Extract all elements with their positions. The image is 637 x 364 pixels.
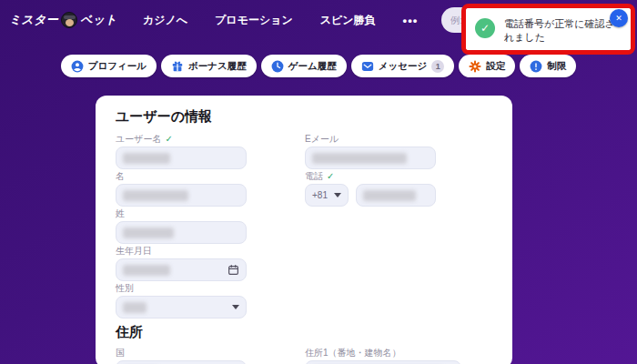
username-field: ユーザー名 ✓: [116, 134, 247, 169]
toast-close-button[interactable]: ✕: [610, 9, 628, 27]
phone-label: 電話: [305, 171, 323, 181]
last-name-field: 姓: [116, 208, 247, 244]
nav-item-spins[interactable]: スピン勝負: [320, 13, 376, 28]
gift-icon: [171, 60, 184, 73]
tab-label: ボーナス履歴: [188, 60, 247, 73]
first-name-field: 名: [116, 171, 247, 207]
redacted-value: [363, 190, 416, 201]
redacted-value: [123, 265, 170, 276]
calendar-icon[interactable]: [228, 264, 239, 276]
gear-icon: [469, 60, 481, 73]
nav-item-promotions[interactable]: プロモーション: [215, 13, 293, 28]
username-label: ユーザー名: [116, 134, 161, 144]
country-input[interactable]: [116, 360, 247, 364]
address-title: 住所: [116, 324, 492, 340]
email-input[interactable]: [305, 147, 436, 169]
user-info-title: ユーザーの情報: [116, 108, 492, 125]
gender-select[interactable]: [116, 296, 247, 318]
country-code-select[interactable]: +81: [305, 184, 349, 207]
tab-game-history[interactable]: ゲーム履歴: [261, 55, 347, 77]
tab-label: 設定: [486, 60, 505, 73]
tab-label: メッセージ: [379, 60, 427, 73]
phone-field: 電話 ✓ +81: [305, 171, 436, 207]
chevron-down-icon: [334, 193, 341, 197]
messages-count-badge: 1: [431, 60, 444, 73]
phone-input[interactable]: [356, 184, 436, 207]
email-label: Eメール: [305, 134, 339, 144]
country-code-value: +81: [312, 190, 328, 200]
redacted-value: [123, 228, 174, 238]
success-toast: ✓ 電話番号が正常に確認されました ✕: [466, 8, 631, 50]
email-field: Eメール: [305, 134, 436, 169]
tab-settings[interactable]: 設定: [459, 55, 515, 77]
mail-icon: [361, 60, 374, 73]
chevron-down-icon: [232, 305, 239, 309]
tab-label: プロフィール: [88, 60, 147, 73]
address1-input[interactable]: [305, 360, 461, 364]
username-input[interactable]: [116, 147, 247, 169]
address1-field: 住所1（番地・建物名）: [305, 348, 461, 364]
verified-check-icon: ✓: [327, 171, 334, 181]
redacted-value: [123, 153, 170, 164]
verified-check-icon: ✓: [165, 134, 172, 144]
last-name-label: 姓: [116, 208, 125, 218]
redacted-value: [123, 302, 147, 313]
first-name-input[interactable]: [116, 184, 247, 207]
user-info-card: ユーザーの情報 ユーザー名 ✓ 名 姓 生年月日: [96, 96, 512, 364]
success-check-icon: ✓: [475, 18, 495, 38]
redacted-value: [123, 190, 188, 201]
birth-date-input[interactable]: [116, 258, 247, 281]
tab-profile[interactable]: プロフィール: [61, 55, 157, 77]
annotation-highlight-box: ✓ 電話番号が正常に確認されました ✕: [461, 4, 635, 55]
tab-messages[interactable]: メッセージ 1: [351, 55, 454, 77]
tab-bonus-history[interactable]: ボーナス履歴: [161, 55, 257, 77]
alert-icon: [530, 60, 542, 73]
main-nav: カジノへ プロモーション スピン勝負 •••: [143, 13, 418, 28]
clock-icon: [271, 60, 284, 73]
gender-label: 性別: [116, 283, 134, 293]
nav-more-button[interactable]: •••: [403, 14, 419, 27]
first-name-label: 名: [116, 171, 125, 181]
country-label: 国: [116, 348, 125, 358]
nav-item-casino[interactable]: カジノへ: [143, 13, 187, 28]
address1-label: 住所1（番地・建物名）: [305, 348, 401, 358]
tab-label: ゲーム履歴: [288, 60, 337, 73]
gender-field: 性別: [116, 283, 247, 318]
country-field: 国: [116, 348, 247, 364]
birth-date-field: 生年月日: [116, 246, 247, 281]
last-name-input[interactable]: [116, 221, 247, 244]
brand-logo-prefix: ミスター: [9, 12, 58, 28]
brand-logo-suffix: ベット: [80, 12, 117, 28]
address-section: 住所 国 住所1（番地・建物名）: [116, 324, 492, 364]
person-icon: [71, 60, 84, 73]
tab-label: 制限: [547, 60, 566, 73]
birth-date-label: 生年月日: [116, 246, 152, 256]
brand-mascot-icon: [61, 12, 77, 28]
brand-logo[interactable]: ミスター ベット: [9, 12, 117, 28]
profile-tab-bar: プロフィール ボーナス履歴 ゲーム履歴 メッセージ 1 設定 制限: [0, 55, 637, 77]
redacted-value: [312, 153, 407, 164]
toast-message: 電話番号が正常に確認されました: [504, 17, 615, 45]
tab-limits[interactable]: 制限: [520, 55, 576, 77]
